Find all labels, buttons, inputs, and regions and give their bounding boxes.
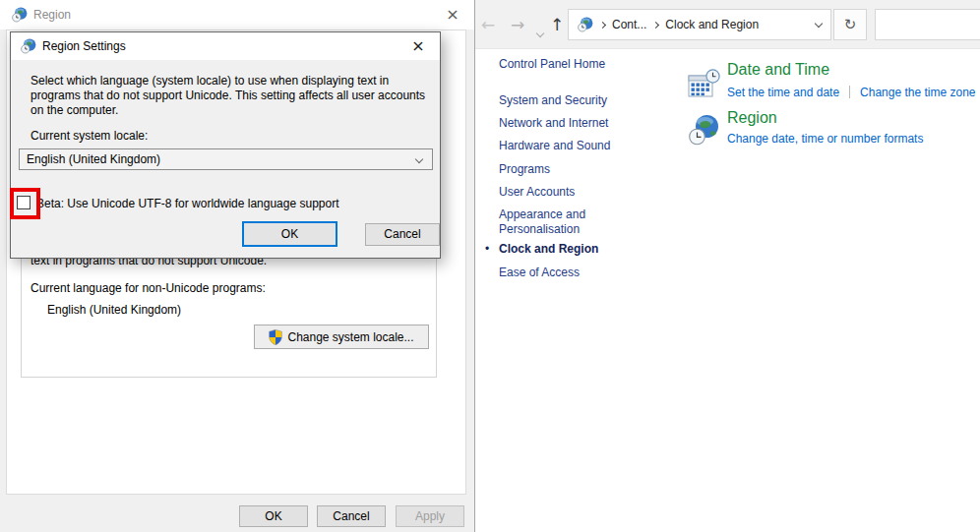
link-set-time-and-date[interactable]: Set the time and date [727, 86, 839, 99]
sidebar-item-clock-and-region[interactable]: Clock and Region [499, 242, 642, 257]
breadcrumb-separator-icon [652, 21, 659, 28]
date-time-icon[interactable] [688, 69, 720, 104]
region-dialog-title: Region [33, 8, 71, 22]
current-system-locale-label: Current system locale: [31, 129, 148, 143]
utf8-beta-checkbox[interactable] [17, 196, 31, 209]
active-item-bullet: • [485, 242, 489, 256]
region-dialog-icon [12, 7, 28, 26]
sidebar-item-control-panel-home[interactable]: Control Panel Home [499, 57, 642, 72]
utf8-beta-checkbox-label: Beta: Use Unicode UTF-8 for worldwide la… [36, 197, 339, 210]
region-settings-ok-button[interactable]: OK [242, 221, 337, 247]
breadcrumb-root[interactable]: Cont... [612, 18, 646, 31]
search-input[interactable] [875, 9, 980, 40]
link-change-time-zone[interactable]: Change the time zone [860, 86, 975, 99]
close-icon[interactable]: × [439, 3, 466, 27]
section-title-date-and-time[interactable]: Date and Time [727, 61, 829, 79]
sidebar-item-system-and-security[interactable]: System and Security [499, 93, 642, 108]
up-arrow-icon[interactable]: ↑ [550, 12, 564, 37]
region-settings-icon [21, 38, 36, 57]
clock-region-icon [578, 17, 593, 32]
region-dialog-titlebar[interactable]: Region × [0, 0, 474, 30]
date-time-links: Set the time and dateChange the time zon… [727, 86, 976, 99]
section-title-region[interactable]: Region [727, 109, 777, 127]
current-language-label: Current language for non-Unicode program… [31, 281, 266, 295]
region-settings-titlebar[interactable]: Region Settings × [11, 32, 440, 60]
refresh-button[interactable]: ↻ [833, 9, 867, 40]
region-cancel-button[interactable]: Cancel [317, 505, 386, 527]
region-apply-button[interactable]: Apply [396, 505, 464, 527]
region-icon[interactable] [688, 114, 720, 149]
sidebar-item-programs[interactable]: Programs [499, 162, 642, 177]
address-dropdown-icon[interactable] [815, 19, 823, 27]
sidebar-item-network-and-internet[interactable]: Network and Internet [499, 116, 642, 131]
sidebar-item-appearance-and-personalisation[interactable]: Appearance and Personalisation [499, 207, 642, 237]
control-panel-window: ← → ↑ Cont... Clock and Region [475, 0, 980, 532]
uac-shield-icon [269, 329, 282, 345]
change-system-locale-label: Change system locale... [287, 330, 413, 344]
sidebar-item-user-accounts[interactable]: User Accounts [499, 185, 642, 200]
explorer-toolbar: ← → ↑ Cont... Clock and Region [475, 0, 980, 49]
sidebar-item-ease-of-access[interactable]: Ease of Access [499, 266, 642, 280]
breadcrumb-separator-icon [599, 21, 606, 28]
system-locale-value: English (United Kingdom) [27, 152, 160, 166]
screen: ← → ↑ Cont... Clock and Region [0, 0, 980, 532]
back-arrow-icon[interactable]: ← [481, 12, 495, 37]
region-settings-dialog: Region Settings × Select which language … [10, 31, 441, 259]
address-bar[interactable]: Cont... Clock and Region [568, 9, 831, 40]
forward-arrow-icon[interactable]: → [511, 12, 524, 37]
region-ok-button[interactable]: OK [239, 505, 308, 527]
region-settings-title: Region Settings [42, 39, 126, 53]
region-dialog: Region × text in programs that do not su… [0, 0, 475, 532]
system-locale-dropdown[interactable]: English (United Kingdom) [19, 148, 433, 170]
sidebar-item-hardware-and-sound[interactable]: Hardware and Sound [499, 139, 642, 153]
region-settings-description: Select which language (system locale) to… [31, 74, 436, 118]
history-chevron-icon[interactable] [537, 18, 543, 43]
link-change-formats[interactable]: Change date, time or number formats [727, 132, 923, 146]
chevron-down-icon [415, 155, 423, 163]
current-language-value: English (United Kingdom) [47, 303, 181, 317]
breadcrumb-current[interactable]: Clock and Region [665, 18, 759, 31]
region-settings-cancel-button[interactable]: Cancel [365, 223, 440, 246]
close-icon[interactable]: × [404, 34, 432, 58]
link-divider [849, 86, 850, 98]
change-system-locale-button[interactable]: Change system locale... [254, 325, 429, 349]
